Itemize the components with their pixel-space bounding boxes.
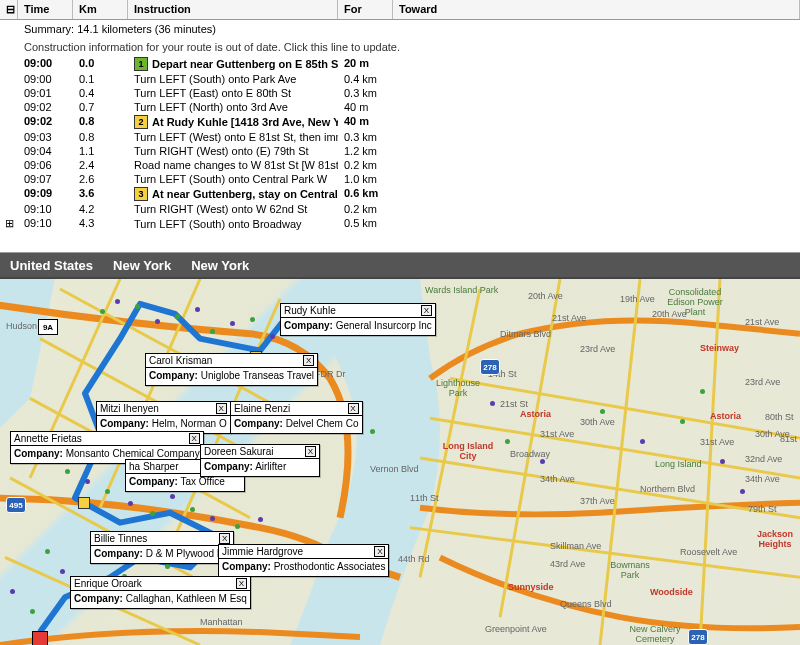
direction-row[interactable]: 09:020.82At Rudy Kuhle [1418 3rd Ave, Ne… — [0, 114, 800, 130]
expand-icon — [0, 131, 18, 143]
direction-row[interactable]: 09:000.01Depart near Guttenberg on E 85t… — [0, 56, 800, 72]
km-cell: 0.4 — [73, 87, 128, 99]
poi-dot-icon — [540, 459, 545, 464]
poi-dot-icon — [720, 459, 725, 464]
instruction-cell: 1Depart near Guttenberg on E 85th St (We… — [128, 57, 338, 71]
route-shield-icon: 278 — [480, 359, 500, 375]
km-cell: 0.0 — [73, 57, 128, 71]
breadcrumb-item[interactable]: United States — [10, 258, 93, 273]
map-label: 21st St — [500, 399, 528, 409]
poi-dot-icon — [700, 389, 705, 394]
map-label: 20th Ave — [528, 291, 563, 301]
close-icon[interactable]: X — [216, 403, 227, 414]
expand-icon — [0, 87, 18, 99]
map-label: Wards Island Park — [425, 285, 498, 295]
map-label: 21st Ave — [745, 317, 779, 327]
poi-dot-icon — [30, 609, 35, 614]
direction-row[interactable]: 09:041.1Turn RIGHT (West) onto (E) 79th … — [0, 144, 800, 158]
instruction-header[interactable]: Instruction — [128, 0, 338, 19]
map-label: 31st Ave — [540, 429, 574, 439]
route-marker-icon[interactable] — [32, 631, 48, 645]
construction-update-link[interactable]: Construction information for your route … — [0, 38, 800, 56]
callout-body: Company: Prosthodontic Associates — [219, 559, 388, 576]
map-callout-rudy[interactable]: Rudy KuhleXCompany: General Insurcorp In… — [280, 303, 436, 336]
direction-row[interactable]: 09:062.4Road name changes to W 81st St [… — [0, 158, 800, 172]
time-cell: 09:02 — [18, 115, 73, 129]
for-header[interactable]: For — [338, 0, 393, 19]
expand-icon — [0, 203, 18, 215]
poi-dot-icon — [640, 439, 645, 444]
poi-dot-icon — [195, 307, 200, 312]
time-cell: 09:01 — [18, 87, 73, 99]
map-label: Jackson Heights — [745, 529, 800, 549]
direction-row[interactable]: ⊞09:104.3Turn LEFT (South) onto Broadway… — [0, 216, 800, 231]
poi-dot-icon — [170, 494, 175, 499]
direction-row[interactable]: 09:072.6Turn LEFT (South) onto Central P… — [0, 172, 800, 186]
expand-header[interactable]: ⊟ — [0, 0, 18, 19]
direction-row[interactable]: 09:030.8Turn LEFT (West) onto E 81st St,… — [0, 130, 800, 144]
map-label: Astoria — [520, 409, 551, 419]
callout-name: Jimmie Hardgrove — [222, 546, 303, 557]
time-header[interactable]: Time — [18, 0, 73, 19]
map-callout-jimmie[interactable]: Jimmie HardgroveXCompany: Prosthodontic … — [218, 544, 389, 577]
close-icon[interactable]: X — [219, 533, 230, 544]
callout-title: Mitzi IhenyenX — [97, 402, 230, 416]
toward-header[interactable]: Toward — [393, 0, 800, 19]
close-icon[interactable]: X — [189, 433, 200, 444]
direction-row[interactable]: 09:093.63At near Guttenberg, stay on Cen… — [0, 186, 800, 202]
direction-row[interactable]: 09:104.2Turn RIGHT (West) onto W 62nd St… — [0, 202, 800, 216]
map-callout-carol[interactable]: Carol KrismanXCompany: Uniglobe Transeas… — [145, 353, 318, 386]
for-cell: 0.6 km — [338, 187, 393, 201]
map-callout-billie[interactable]: Billie TinnesXCompany: D & M Plywood Inc — [90, 531, 234, 564]
direction-row[interactable]: 09:010.4Turn LEFT (East) onto E 80th St0… — [0, 86, 800, 100]
map-callout-doreen[interactable]: Doreen SakuraiXCompany: Airlifter — [200, 444, 320, 477]
km-cell: 2.4 — [73, 159, 128, 171]
breadcrumb-item[interactable]: New York — [113, 258, 171, 273]
close-icon[interactable]: X — [305, 446, 316, 457]
map-label: 34th Ave — [745, 474, 780, 484]
map-pane[interactable]: HudsonWards Island ParkConsolidated Edis… — [0, 277, 800, 645]
map-label: 81st St — [780, 434, 800, 444]
route-shield-icon: 278 — [688, 629, 708, 645]
poi-dot-icon — [258, 517, 263, 522]
instruction-cell: Turn LEFT (North) onto 3rd Ave — [128, 101, 338, 113]
direction-row[interactable]: 09:020.7Turn LEFT (North) onto 3rd Ave40… — [0, 100, 800, 114]
callout-title: Rudy KuhleX — [281, 304, 435, 318]
close-icon[interactable]: X — [236, 578, 247, 589]
callout-name: Rudy Kuhle — [284, 305, 336, 316]
poi-dot-icon — [85, 479, 90, 484]
km-header[interactable]: Km — [73, 0, 128, 19]
breadcrumb-item[interactable]: New York — [191, 258, 249, 273]
km-cell: 0.7 — [73, 101, 128, 113]
direction-row[interactable]: 09:000.1Turn LEFT (South) onto Park Ave0… — [0, 72, 800, 86]
for-cell: 1.2 km — [338, 145, 393, 157]
time-cell: 09:06 — [18, 159, 73, 171]
time-cell: 09:00 — [18, 57, 73, 71]
for-cell: 0.2 km — [338, 203, 393, 215]
directions-pane: ⊟ Time Km Instruction For Toward Summary… — [0, 0, 800, 253]
map-callout-elaine[interactable]: Elaine RenziXCompany: Delvel Chem Co — [230, 401, 363, 434]
poi-dot-icon — [190, 507, 195, 512]
yellow-marker-icon[interactable] — [78, 497, 90, 509]
map-label: FDR Dr — [315, 369, 346, 379]
callout-title: Elaine RenziX — [231, 402, 362, 416]
callout-name: Annette Frietas — [14, 433, 82, 444]
close-icon[interactable]: X — [374, 546, 385, 557]
close-icon[interactable]: X — [421, 305, 432, 316]
map-label: 79th St — [748, 504, 777, 514]
map-label: New Calvery Cemetery — [625, 624, 685, 644]
for-cell: 0.4 km — [338, 73, 393, 85]
for-cell: 20 m — [338, 57, 393, 71]
instruction-cell: Road name changes to W 81st St [W 81st T… — [128, 159, 338, 171]
map-label: Queens Blvd — [560, 599, 612, 609]
map-label: Manhattan — [200, 617, 243, 627]
poi-dot-icon — [10, 589, 15, 594]
map-callout-enrique[interactable]: Enrique OroarkXCompany: Callaghan, Kathl… — [70, 576, 251, 609]
time-cell: 09:09 — [18, 187, 73, 201]
poi-dot-icon — [740, 489, 745, 494]
close-icon[interactable]: X — [348, 403, 359, 414]
map-callout-mitzi[interactable]: Mitzi IhenyenXCompany: Helm, Norman O — [96, 401, 231, 434]
expand-icon[interactable]: ⊞ — [0, 217, 18, 230]
close-icon[interactable]: X — [303, 355, 314, 366]
km-cell: 3.6 — [73, 187, 128, 201]
